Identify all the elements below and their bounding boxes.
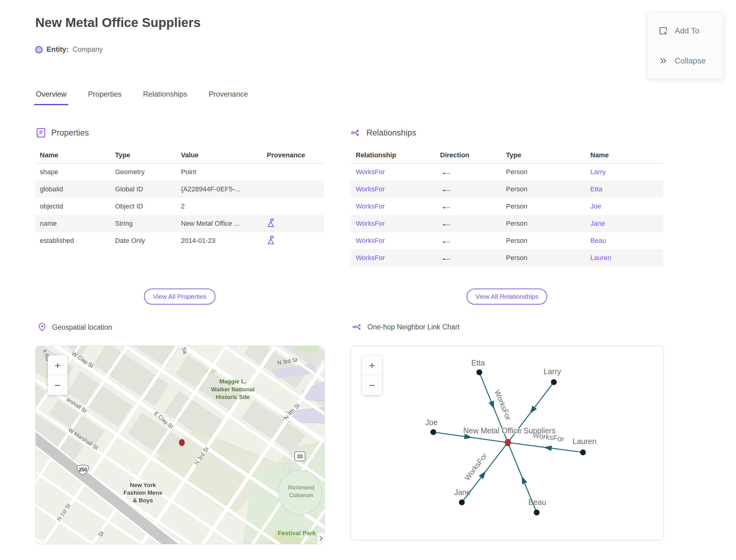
relationship-type-link[interactable]: WorksFor — [356, 237, 385, 244]
tab-properties[interactable]: Properties — [87, 90, 123, 105]
related-entity-type: Person — [501, 237, 585, 245]
properties-section-title: Properties — [51, 128, 89, 138]
entity-type-icon — [35, 46, 43, 53]
column-header: Type — [110, 151, 176, 159]
related-entity-name-link[interactable]: Etta — [590, 185, 602, 193]
direction-arrow: ← — [440, 219, 453, 228]
relationship-row: WorksFor←PersonBeau — [351, 232, 663, 249]
entity-label: Entity: — [47, 45, 69, 54]
graph-node[interactable] — [459, 500, 465, 505]
property-type: Geometry — [110, 168, 176, 176]
graph-node-label: Larry — [544, 367, 561, 376]
collapse-label: Collapse — [675, 56, 706, 66]
link-chart-zoom-in-button[interactable]: + — [362, 355, 382, 375]
relationships-icon — [351, 127, 362, 138]
relationship-type-link[interactable]: WorksFor — [356, 202, 385, 210]
property-type: String — [110, 220, 176, 228]
property-value: 2 — [176, 202, 262, 210]
map-pin-icon — [37, 322, 47, 332]
relationship-row: WorksFor←PersonLauren — [351, 249, 663, 267]
related-entity-name-link[interactable]: Larry — [590, 168, 606, 176]
add-to-button[interactable]: Add To — [658, 26, 723, 36]
direction-arrow: ← — [440, 254, 453, 262]
related-entity-name-link[interactable]: Beau — [590, 237, 606, 244]
graph-node-label: Etta — [471, 359, 485, 367]
provenance-flag-icon[interactable] — [267, 235, 275, 245]
column-header: Direction — [435, 151, 501, 159]
relationship-type-link[interactable]: WorksFor — [356, 254, 385, 262]
map-label: Fashion Mens — [124, 489, 163, 496]
related-entity-type: Person — [501, 168, 585, 176]
graph-node[interactable] — [580, 450, 586, 455]
property-row: establishedDate Only2014-01-23 — [35, 232, 324, 249]
graph-node[interactable] — [431, 429, 436, 435]
map-label: Maggie L. — [219, 378, 246, 385]
property-row: globalidGlobal ID{A228944F-0EF5-... — [35, 181, 324, 198]
link-chart-section-title: One-hop Neighbor Link Chart — [367, 323, 459, 331]
graph-edge-arrow — [530, 406, 537, 414]
related-entity-type: Person — [501, 202, 585, 210]
relationship-type-link[interactable]: WorksFor — [356, 168, 385, 176]
graph-node[interactable] — [534, 510, 540, 516]
graph-edge-label: WorksFor — [493, 389, 513, 421]
relationship-row: WorksFor←PersonJoe — [351, 198, 663, 215]
properties-table-header: Name Type Value Provenance — [35, 147, 324, 163]
graph-edge-label: WorksFor — [463, 451, 489, 482]
map-zoom-out-button[interactable]: − — [48, 375, 67, 395]
relationship-row: WorksFor←PersonLarry — [351, 163, 663, 181]
add-to-icon — [658, 26, 668, 36]
properties-icon — [35, 127, 46, 138]
related-entity-name-link[interactable]: Jane — [590, 220, 605, 227]
geospatial-section-header: Geospatial location — [37, 322, 112, 332]
geospatial-map-panel: + − — [35, 346, 325, 544]
column-header: Provenance — [262, 151, 324, 159]
graph-center-node[interactable] — [505, 439, 511, 446]
map-label: Walker National — [211, 386, 255, 393]
property-value: {A228944F-0EF5-... — [176, 185, 262, 193]
entity-location-marker — [179, 439, 185, 446]
provenance-flag-icon[interactable] — [267, 218, 275, 228]
view-all-properties-button[interactable]: View All Properties — [144, 289, 216, 305]
collapse-button[interactable]: Collapse — [658, 56, 723, 66]
relationships-table: Relationship Direction Type Name WorksFo… — [351, 147, 663, 267]
relationships-table-body: WorksFor←PersonLarryWorksFor←PersonEttaW… — [351, 163, 663, 267]
related-entity-name-link[interactable]: Lauren — [590, 254, 611, 262]
graph-node-label: Beau — [528, 498, 546, 506]
relationships-section: Relationships Relationship Direction Typ… — [351, 126, 663, 267]
graph-center-node-label: New Metal Office Suppliers — [463, 426, 555, 435]
map-zoom-in-button[interactable]: + — [48, 355, 67, 375]
link-chart-zoom-out-button[interactable]: − — [362, 375, 382, 395]
property-name: name — [35, 220, 110, 228]
property-name: established — [35, 237, 110, 245]
page-title: New Metal Office Suppliers — [35, 15, 201, 30]
column-header: Relationship — [351, 151, 435, 159]
related-entity-name-link[interactable]: Joe — [590, 202, 601, 210]
tab-provenance[interactable]: Provenance — [208, 90, 249, 105]
related-entity-type: Person — [501, 254, 585, 262]
property-provenance — [262, 235, 324, 247]
graph-node-label: Jane — [454, 488, 471, 497]
property-row: nameStringNew Metal Office ... — [35, 215, 324, 232]
tab-relationships[interactable]: Relationships — [142, 90, 188, 105]
map-attribution-toggle[interactable] — [318, 533, 324, 544]
column-header: Name — [35, 151, 110, 159]
column-header: Name — [585, 151, 663, 159]
tab-overview[interactable]: Overview — [35, 90, 68, 105]
graph-node[interactable] — [551, 379, 557, 385]
graph-edge-arrow — [522, 476, 527, 484]
related-entity-type: Person — [501, 185, 585, 193]
graph-node[interactable] — [477, 370, 482, 375]
property-value: 2014-01-23 — [176, 237, 262, 245]
map-canvas[interactable]: 250 33 k RdW Clay StSaN 3rd StN 4th Star… — [36, 346, 324, 544]
property-row: shapeGeometryPoint — [35, 163, 324, 181]
view-all-relationships-button[interactable]: View All Relationships — [466, 289, 547, 305]
property-value: Point — [176, 168, 262, 176]
svg-text:33: 33 — [297, 454, 303, 459]
column-header: Type — [501, 151, 585, 159]
property-name: objectid — [35, 202, 110, 210]
relationship-type-link[interactable]: WorksFor — [356, 220, 385, 227]
graph-node-label: Joe — [425, 418, 438, 427]
link-chart-canvas[interactable]: WorksForWorksForWorksForEttaLarryJoeLaur… — [351, 346, 663, 539]
graph-edge-arrow — [544, 446, 552, 451]
relationship-type-link[interactable]: WorksFor — [356, 185, 385, 193]
